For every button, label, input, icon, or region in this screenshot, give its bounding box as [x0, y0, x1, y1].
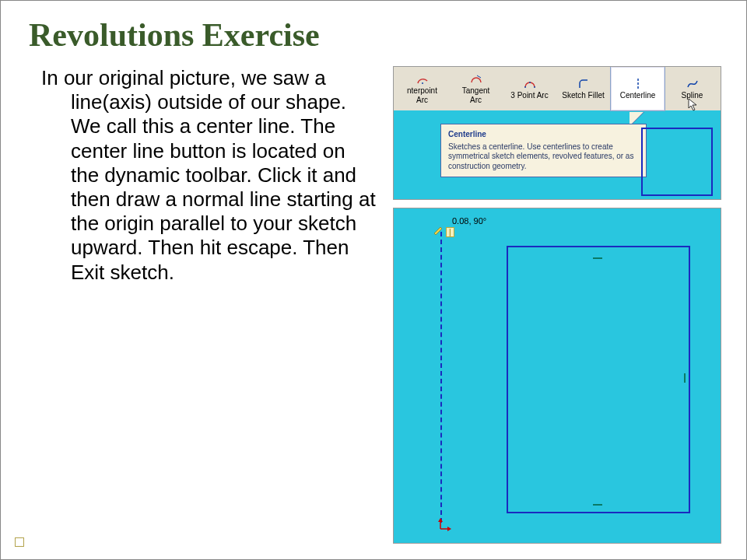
- sketch-fillet-icon: [577, 78, 590, 90]
- midpoint-marker: [684, 373, 686, 383]
- midpoint-marker: [593, 257, 602, 259]
- slide-footer-marker: [15, 537, 24, 547]
- origin-marker: [436, 518, 451, 534]
- left-column: In our original picture, we saw a line(a…: [27, 66, 377, 544]
- body-text: In our original picture, we saw a line(a…: [27, 66, 377, 285]
- tangent-arc-button[interactable]: Tangent Arc: [449, 67, 503, 110]
- tooltip-title: Centerline: [448, 130, 639, 140]
- columns: In our original picture, we saw a line(a…: [27, 66, 720, 544]
- three-point-arc-button[interactable]: 3 Point Arc: [503, 67, 556, 110]
- toolbar-screenshot: nterpoint Arc Tangent Arc 3 Point Arc: [393, 66, 721, 200]
- slide: Revolutions Exercise In our original pic…: [0, 0, 747, 560]
- tooltip-body: Sketches a centerline. Use centerlines t…: [448, 142, 639, 172]
- dimension-readout: 0.08, 90°: [452, 216, 486, 226]
- btn-label: 3 Point Arc: [510, 92, 548, 100]
- btn-label: Centerline: [620, 92, 656, 100]
- svg-point-0: [422, 82, 423, 84]
- sketch-screenshot: 0.08, 90° |: [393, 208, 721, 544]
- centerline-tooltip: Centerline Sketches a centerline. Use ce…: [440, 124, 647, 177]
- btn-label: nterpoint: [407, 87, 437, 95]
- midpoint-marker: [593, 504, 602, 506]
- svg-point-4: [534, 86, 535, 88]
- centerpoint-arc-icon: [416, 73, 429, 86]
- right-column: nterpoint Arc Tangent Arc 3 Point Arc: [393, 66, 721, 544]
- sketch-rect-preview: [641, 128, 713, 196]
- three-point-arc-icon: [524, 78, 536, 90]
- svg-point-2: [524, 86, 526, 88]
- centerline-icon: [632, 78, 644, 90]
- btn-label: Arc: [470, 96, 482, 104]
- origin-icon: [436, 518, 451, 534]
- cursor-icon: [688, 98, 699, 112]
- spline-icon: [686, 78, 699, 90]
- slide-title: Revolutions Exercise: [29, 18, 720, 52]
- pencil-cursor: |: [433, 224, 454, 237]
- svg-point-3: [529, 82, 531, 83]
- centerpoint-arc-button[interactable]: nterpoint Arc: [395, 67, 449, 110]
- toolbar-strip: nterpoint Arc Tangent Arc 3 Point Arc: [394, 67, 721, 110]
- tangent-arc-icon: [470, 73, 482, 86]
- btn-label: Arc: [416, 96, 428, 104]
- sketch-fillet-button[interactable]: Sketch Fillet: [556, 67, 610, 110]
- btn-label: Sketch Fillet: [562, 92, 604, 100]
- btn-label: Tangent: [462, 87, 490, 95]
- centerline-button[interactable]: Centerline: [610, 66, 665, 111]
- sketch-rectangle: [507, 246, 690, 513]
- constraint-badge: |: [446, 227, 454, 237]
- centerline: [440, 232, 442, 523]
